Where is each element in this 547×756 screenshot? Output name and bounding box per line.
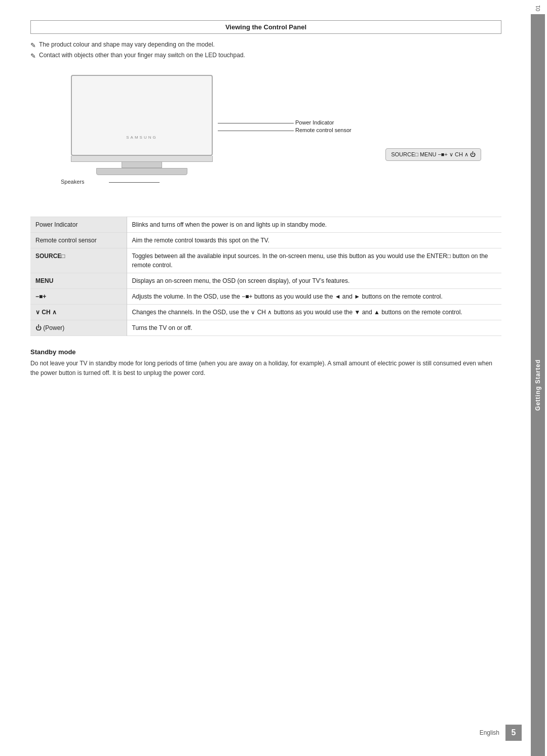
feature-table: Power IndicatorBlinks and turns off when… <box>30 217 501 336</box>
speakers-line <box>109 182 160 183</box>
table-cell-label: −■+ <box>30 289 127 305</box>
page-footer: English 5 <box>480 725 522 741</box>
table-cell-description: Toggles between all the available input … <box>127 248 501 273</box>
table-cell-label: MENU <box>30 273 127 289</box>
table-cell-description: Blinks and turns off when the power is o… <box>127 217 501 233</box>
diagram: SAMSUNG Power Indicator Remote control s… <box>30 70 501 201</box>
standby-title: Standby mode <box>30 348 501 356</box>
chapter-title: Getting Started <box>534 359 541 411</box>
main-content: Viewing the Control Panel ✎ The product … <box>0 0 527 408</box>
table-cell-description: Aim the remote control towards this spot… <box>127 233 501 248</box>
table-cell-label: Power Indicator <box>30 217 127 233</box>
tv-illustration: SAMSUNG <box>71 75 213 175</box>
table-cell-label: Remote control sensor <box>30 233 127 248</box>
section-title-box: Viewing the Control Panel <box>30 20 501 34</box>
side-tab: 01 Getting Started <box>529 0 547 756</box>
speakers-label: Speakers <box>61 179 84 185</box>
tv-screen: SAMSUNG <box>71 75 213 156</box>
chapter-number: 01 <box>535 5 541 11</box>
table-cell-label: SOURCE□ <box>30 248 127 273</box>
page-number: 5 <box>505 725 522 741</box>
table-cell-description: Changes the channels. In the OSD, use th… <box>127 305 501 320</box>
standby-section: Standby mode Do not leave your TV in sta… <box>30 348 501 378</box>
control-bar-text: SOURCE□ MENU −■+ ∨ CH ∧ ⏻ <box>391 151 476 158</box>
power-indicator-line <box>218 123 294 123</box>
table-row: SOURCE□Toggles between all the available… <box>30 248 501 273</box>
table-row: −■+Adjusts the volume. In the OSD, use t… <box>30 289 501 305</box>
table-row: ∨ CH ∧Changes the channels. In the OSD, … <box>30 305 501 320</box>
control-bar: SOURCE□ MENU −■+ ∨ CH ∧ ⏻ <box>385 148 481 161</box>
table-cell-label: ∨ CH ∧ <box>30 305 127 320</box>
tv-stand-neck <box>122 162 162 168</box>
table-cell-description: Adjusts the volume. In the OSD, use the … <box>127 289 501 305</box>
note-icon-2: ✎ <box>30 52 36 60</box>
table-row: ⏻ (Power)Turns the TV on or off. <box>30 320 501 336</box>
tv-bottom-panel <box>71 156 213 162</box>
section-title: Viewing the Control Panel <box>225 23 306 31</box>
table-cell-label: ⏻ (Power) <box>30 320 127 336</box>
table-cell-description: Displays an on-screen menu, the OSD (on … <box>127 273 501 289</box>
standby-text: Do not leave your TV in standby mode for… <box>30 359 501 378</box>
footer-language: English <box>480 729 499 736</box>
chapter-bar: Getting Started <box>531 14 545 756</box>
table-row: Remote control sensorAim the remote cont… <box>30 233 501 248</box>
note-text-1: The product colour and shape may vary de… <box>39 41 215 48</box>
note-text-2: Contact with objects other than your fin… <box>39 52 245 59</box>
table-cell-description: Turns the TV on or off. <box>127 320 501 336</box>
note-1: ✎ The product colour and shape may vary … <box>30 41 501 49</box>
note-2: ✎ Contact with objects other than your f… <box>30 52 501 60</box>
tv-brand: SAMSUNG <box>126 135 157 140</box>
tv-stand-base <box>96 168 187 175</box>
remote-sensor-label: Remote control sensor <box>295 127 351 133</box>
table-row: MENUDisplays an on-screen menu, the OSD … <box>30 273 501 289</box>
power-indicator-label: Power Indicator <box>295 119 334 125</box>
remote-sensor-line <box>218 131 294 131</box>
table-row: Power IndicatorBlinks and turns off when… <box>30 217 501 233</box>
note-icon-1: ✎ <box>30 41 36 49</box>
